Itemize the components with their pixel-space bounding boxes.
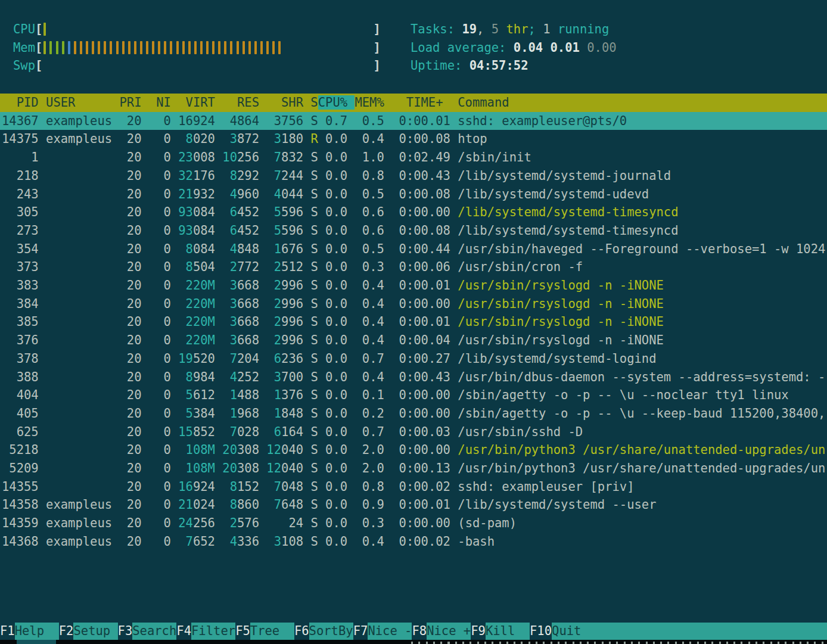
text-part: 220M [178,333,215,347]
text-part: 0 [149,443,178,457]
process-row-354[interactable]: 354 20 0 8084 4848 1676 S 0.0 0.5 0:00.4… [0,240,827,259]
table-header-row[interactable]: PID USER PRI NI VIRT RES SHR SCPU% MEM% … [0,94,827,112]
text-part: 0 [149,278,178,293]
process-row-14359[interactable]: 14359 exampleus 20 0 24256 2576 24 S 0.0… [0,514,827,533]
fkey-F7[interactable]: F7 [353,623,368,640]
text-part [303,260,310,274]
meter-cpu: CPU[] [13,20,381,39]
text-part: 8 [178,132,193,146]
text-part [303,461,310,475]
text-part: 20 [119,150,148,164]
process-row-1[interactable]: 1 20 0 23008 10256 7832 S 0.0 1.0 0:02.4… [0,148,827,167]
text-part: /sbin/agetty -o -p -- \u --keep-baud 115… [458,406,825,421]
process-row-384[interactable]: 384 20 0 220M 3668 2996 S 0.0 0.4 0:00.0… [0,295,827,313]
meter-bar [224,41,226,54]
text-part: 996 [281,333,303,347]
fkey-label-F3[interactable]: Search [132,623,176,640]
text-part: 384 [193,406,215,421]
fkey-label-F10[interactable]: Quit [552,623,827,640]
meter-bar [92,41,94,54]
fkey-F9[interactable]: F9 [471,623,486,640]
process-row-405[interactable]: 405 20 0 5384 1968 1848 S 0.0 0.2 0:00.0… [0,405,827,423]
text-part [215,315,222,329]
text-part [318,406,325,421]
process-row-383[interactable]: 383 20 0 220M 3668 2996 S 0.0 0.4 0:00.0… [0,276,827,295]
fkey-label-F9[interactable]: Kill [486,623,530,640]
text-part [259,205,266,219]
process-row-625[interactable]: 625 20 0 15852 7028 6164 S 0.0 0.7 0:00.… [0,423,827,441]
text-part: , [477,22,492,36]
text-part: 3 [222,315,237,329]
meter-bar [164,41,166,54]
fkey-F10[interactable]: F10 [530,623,552,640]
text-part [259,406,266,421]
meter-swp: Swp[] [13,57,381,75]
meter-open-bracket: [ [35,39,42,57]
fkey-F6[interactable]: F6 [294,623,309,640]
text-part: 3 [222,132,237,146]
text-part: 612 [193,388,215,402]
process-row-385[interactable]: 385 20 0 220M 3668 2996 S 0.0 0.4 0:00.0… [0,313,827,331]
text-part [303,534,310,549]
text-part [318,370,325,384]
process-row-14375[interactable]: 14375 exampleus 20 0 8020 3872 3180 R 0.… [0,130,827,148]
process-row-14368[interactable]: 14368 exampleus 20 0 7652 4336 3108 S 0.… [0,533,827,551]
process-row-218[interactable]: 218 20 0 32176 8292 7244 S 0.0 0.8 0:00.… [0,167,827,185]
text-part [303,480,310,494]
fkey-label-F7[interactable]: Nice - [368,623,412,640]
text-part [318,242,325,256]
process-row-14367[interactable]: 14367 exampleus 20 0 16924 4864 3756 S 0… [0,112,827,130]
text-part [46,315,119,329]
process-row-273[interactable]: 273 20 0 93084 6452 5596 S 0.0 0.6 0:00.… [0,222,827,240]
process-row-243[interactable]: 243 20 0 21932 4960 4044 S 0.0 0.5 0:00.… [0,185,827,204]
text-part: 93 [178,223,193,238]
process-row-5209[interactable]: 5209 20 0 108M 20308 12040 S 0.0 2.0 0:0… [0,459,827,478]
process-row-305[interactable]: 305 20 0 93084 6452 5596 S 0.0 0.6 0:00.… [0,203,827,222]
fkey-label-F1[interactable]: Help [15,623,59,640]
process-row-376[interactable]: 376 20 0 220M 3668 2996 S 0.0 0.4 0:00.0… [0,331,827,350]
fkey-F5[interactable]: F5 [235,623,250,640]
process-row-5218[interactable]: 5218 20 0 108M 20308 12040 S 0.0 2.0 0:0… [0,441,827,459]
text-part [259,497,266,512]
fkey-F4[interactable]: F4 [176,623,191,640]
text-part: S [310,461,318,475]
text-part: 0:00.00 [391,388,458,402]
text-part: 220M [178,297,215,311]
text-part [46,169,119,183]
text-part: 0.4 [355,132,391,146]
text-part: 0 [149,132,178,146]
text-part: 6 [222,223,237,238]
process-row-388[interactable]: 388 20 0 8984 4252 3700 S 0.0 0.4 0:00.4… [0,368,827,387]
fkey-label-F5[interactable]: Tree [250,623,294,640]
process-row-404[interactable]: 404 20 0 5612 1488 1376 S 0.0 0.1 0:00.0… [0,386,827,405]
text-part [46,425,119,439]
fkey-F2[interactable]: F2 [59,623,74,640]
fkey-label-F6[interactable]: SortBy [309,623,353,640]
meter-bar [98,41,100,54]
fkey-label-F4[interactable]: Filter [191,623,235,640]
process-row-14355[interactable]: 14355 20 0 16924 8152 7048 S 0.0 0.8 0:0… [0,478,827,496]
text-part [303,223,310,238]
fkey-label-F2[interactable]: Setup [73,623,117,640]
text-part: 0.4 [355,297,391,311]
meter-bar [278,41,281,54]
text-part: 504 [193,260,215,274]
text-part: 0.7 [355,425,391,439]
process-row-14358[interactable]: 14358 exampleus 20 0 21024 8860 7648 S 0… [0,496,827,514]
text-part [318,150,325,164]
text-part [318,480,325,494]
text-part: 308 [237,461,259,475]
fkey-F3[interactable]: F3 [118,623,133,640]
text-part: 2 [266,278,281,293]
process-row-373[interactable]: 373 20 0 8504 2772 2512 S 0.0 0.3 0:00.0… [0,258,827,276]
text-part: 3 [266,370,281,384]
fkey-F1[interactable]: F1 [0,623,15,640]
function-key-bar: F1Help F2Setup F3SearchF4FilterF5Tree F6… [0,623,827,640]
meter-bar [242,41,245,54]
fkey-F8[interactable]: F8 [412,623,427,640]
process-row-378[interactable]: 378 20 0 19520 7204 6236 S 0.0 0.7 0:00.… [0,350,827,368]
text-part: 3 [222,278,237,293]
text-part: PID USER PRI NI VIRT RES SHR S [2,95,318,110]
text-part [318,443,325,457]
fkey-label-F8[interactable]: Nice + [427,623,471,640]
